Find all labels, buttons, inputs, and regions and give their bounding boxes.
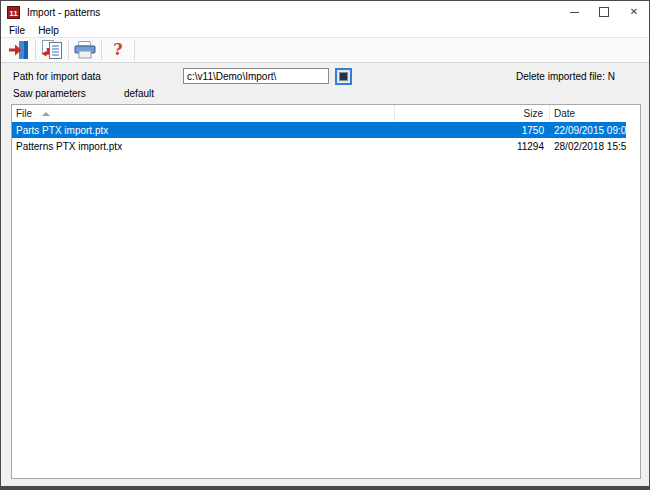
form-area: Path for import data Delete imported fil… [1, 64, 649, 104]
toolbar-separator [35, 40, 36, 60]
close-icon: ✕ [630, 7, 638, 17]
column-header-file[interactable]: File [12, 105, 395, 122]
toolbar: ? [1, 37, 649, 63]
menu-help[interactable]: Help [38, 25, 59, 36]
print-button[interactable] [71, 39, 99, 61]
toolbar-separator [101, 40, 102, 60]
import-patterns-window: 11 Import - patterns ✕ File Help [0, 0, 650, 490]
minimize-icon [570, 12, 579, 13]
browse-button[interactable] [335, 68, 352, 85]
help-icon: ? [113, 42, 122, 58]
path-input[interactable] [183, 68, 329, 84]
table-row[interactable]: Parts PTX import.ptx 1750 22/09/2015 09:… [12, 122, 626, 138]
title-bar: 11 Import - patterns ✕ [1, 1, 649, 23]
delete-imported-file-label: Delete imported file: N [516, 71, 615, 82]
sort-ascending-icon [42, 112, 50, 116]
saw-parameters-label: Saw parameters [13, 88, 86, 99]
menu-file[interactable]: File [9, 25, 25, 36]
file-size-cell: 1750 [395, 125, 550, 136]
file-size-cell: 11294 [395, 141, 550, 152]
window-title: Import - patterns [27, 7, 100, 18]
exit-door-icon [8, 40, 30, 60]
app-icon: 11 [7, 6, 20, 19]
saw-parameters-value: default [124, 88, 154, 99]
browse-icon [339, 72, 348, 81]
toolbar-separator [68, 40, 69, 60]
import-button[interactable] [38, 39, 66, 61]
file-date-cell: 22/09/2015 09:05 [550, 125, 626, 136]
maximize-icon [599, 7, 609, 17]
help-button[interactable]: ? [104, 39, 132, 61]
minimize-button[interactable] [559, 1, 589, 23]
file-name-cell: Patterns PTX import.ptx [12, 141, 395, 152]
list-header: File Size Date [12, 105, 640, 122]
path-label: Path for import data [13, 71, 101, 82]
printer-icon [73, 40, 97, 60]
table-row[interactable]: Patterns PTX import.ptx 11294 28/02/2018… [12, 138, 626, 154]
window-controls: ✕ [559, 1, 649, 23]
file-name-cell: Parts PTX import.ptx [12, 125, 395, 136]
file-date-cell: 28/02/2018 15:56 [550, 141, 626, 152]
file-list: File Size Date Parts PTX import.ptx 1750… [11, 104, 641, 479]
import-files-icon [40, 40, 64, 60]
exit-button[interactable] [5, 39, 33, 61]
toolbar-separator [134, 40, 135, 60]
column-header-size[interactable]: Size [395, 105, 550, 122]
menu-bar: File Help [1, 23, 649, 37]
maximize-button[interactable] [589, 1, 619, 23]
close-button[interactable]: ✕ [619, 1, 649, 23]
column-header-date[interactable]: Date [550, 105, 626, 122]
